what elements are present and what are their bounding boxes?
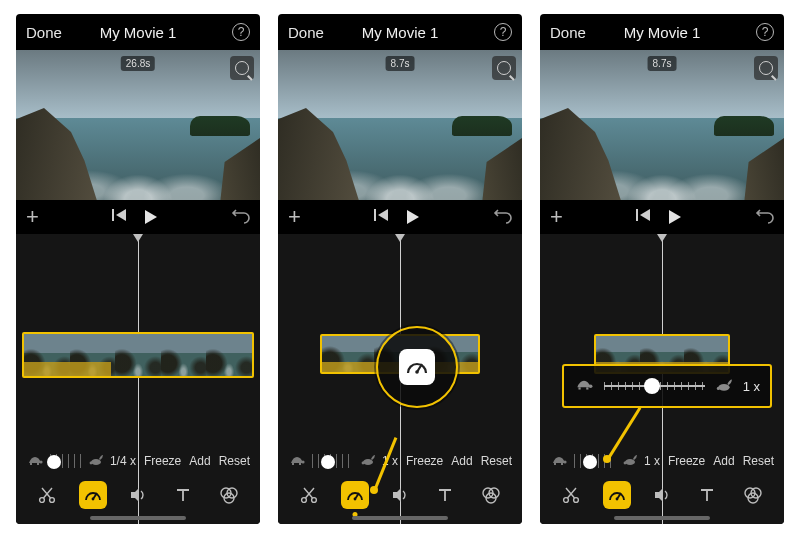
done-button[interactable]: Done (288, 24, 324, 41)
svg-rect-37 (561, 463, 563, 465)
svg-point-40 (564, 498, 569, 503)
phone-panel-1: Done My Movie 1 ? 26.8s + (16, 14, 260, 524)
svg-marker-17 (378, 209, 388, 221)
callout-speed-slider: 1 x (562, 364, 772, 408)
scissors-tool[interactable] (557, 481, 585, 509)
svg-point-27 (353, 498, 356, 501)
reset-button[interactable]: Reset (743, 454, 774, 468)
svg-rect-5 (37, 463, 39, 465)
done-button[interactable]: Done (26, 24, 62, 41)
help-button[interactable]: ? (494, 23, 512, 41)
callout-slider-knob (644, 378, 660, 394)
add-speed-range-button[interactable]: Add (451, 454, 472, 468)
speed-slider[interactable] (312, 454, 354, 468)
undo-button[interactable] (494, 207, 512, 227)
undo-button[interactable] (756, 207, 774, 227)
turtle-icon (26, 452, 44, 470)
play-button[interactable] (406, 209, 420, 225)
phone-panel-3: Done My Movie 1 ? 8.7s + (540, 14, 784, 524)
callout-dot (370, 486, 378, 494)
volume-tool[interactable] (124, 481, 152, 509)
magnifier-icon (497, 61, 511, 75)
scissors-tool[interactable] (33, 481, 61, 509)
speedometer-tool[interactable] (603, 481, 631, 509)
freeze-button[interactable]: Freeze (144, 454, 181, 468)
svg-marker-1 (116, 209, 126, 221)
preview-area[interactable]: 8.7s (278, 50, 522, 200)
zoom-button[interactable] (492, 56, 516, 80)
svg-rect-16 (374, 209, 376, 221)
svg-rect-52 (586, 387, 588, 389)
help-button[interactable]: ? (232, 23, 250, 41)
turtle-icon (288, 452, 306, 470)
rabbit-icon (88, 452, 104, 470)
svg-point-7 (90, 462, 93, 465)
filters-tool[interactable] (215, 481, 243, 509)
skip-start-button[interactable] (112, 208, 128, 226)
text-tool[interactable] (431, 481, 459, 509)
video-clip[interactable] (22, 332, 254, 378)
speed-slider-knob[interactable] (583, 455, 597, 469)
play-button[interactable] (144, 209, 158, 225)
svg-point-39 (624, 462, 627, 465)
svg-point-38 (625, 459, 635, 465)
add-media-button[interactable]: + (550, 204, 563, 230)
add-speed-range-button[interactable]: Add (713, 454, 734, 468)
play-button[interactable] (668, 209, 682, 225)
preview-area[interactable]: 8.7s (540, 50, 784, 200)
add-media-button[interactable]: + (288, 204, 301, 230)
svg-marker-12 (131, 488, 139, 502)
rabbit-icon (360, 452, 376, 470)
turtle-icon (550, 452, 568, 470)
text-tool[interactable] (169, 481, 197, 509)
filters-tool[interactable] (739, 481, 767, 509)
undo-button[interactable] (232, 207, 250, 227)
svg-point-23 (362, 462, 365, 465)
skip-start-button[interactable] (374, 208, 390, 226)
skip-start-button[interactable] (636, 208, 652, 226)
speedometer-tool[interactable] (79, 481, 107, 509)
freeze-button[interactable]: Freeze (668, 454, 705, 468)
text-tool[interactable] (693, 481, 721, 509)
add-speed-range-button[interactable]: Add (189, 454, 210, 468)
speed-slider-knob[interactable] (47, 455, 61, 469)
done-button[interactable]: Done (550, 24, 586, 41)
reset-button[interactable]: Reset (481, 454, 512, 468)
home-indicator (614, 516, 710, 520)
add-media-button[interactable]: + (26, 204, 39, 230)
svg-point-9 (50, 498, 55, 503)
svg-point-53 (718, 383, 729, 390)
phone-panel-2: Done My Movie 1 ? 8.7s + (278, 14, 522, 524)
preview-area[interactable]: 26.8s (16, 50, 260, 200)
svg-point-6 (91, 459, 101, 465)
svg-point-50 (589, 384, 593, 388)
callout-speed-readout: 1 x (743, 379, 760, 394)
speed-slider[interactable] (50, 454, 82, 468)
svg-point-43 (615, 498, 618, 501)
zoom-button[interactable] (230, 56, 254, 80)
duration-badge: 8.7s (386, 56, 415, 71)
zoom-button[interactable] (754, 56, 778, 80)
volume-tool[interactable] (648, 481, 676, 509)
home-indicator (352, 516, 448, 520)
speedometer-tool[interactable] (341, 481, 369, 509)
speed-slider-knob[interactable] (321, 455, 335, 469)
speed-readout: 1 x (644, 454, 660, 468)
filters-tool[interactable] (477, 481, 505, 509)
svg-rect-32 (636, 209, 638, 221)
magnifier-icon (759, 61, 773, 75)
scissors-tool[interactable] (295, 481, 323, 509)
svg-point-3 (39, 460, 42, 463)
turtle-icon (574, 377, 594, 395)
help-button[interactable]: ? (756, 23, 774, 41)
volume-tool[interactable] (386, 481, 414, 509)
reset-button[interactable]: Reset (219, 454, 250, 468)
duration-badge: 26.8s (121, 56, 155, 71)
svg-point-22 (363, 459, 373, 465)
freeze-button[interactable]: Freeze (406, 454, 443, 468)
callout-speedometer (376, 326, 458, 408)
timeline[interactable]: 1/4 x Freeze Add Reset (16, 234, 260, 524)
rabbit-icon (622, 452, 638, 470)
svg-marker-34 (669, 210, 681, 224)
home-indicator (90, 516, 186, 520)
